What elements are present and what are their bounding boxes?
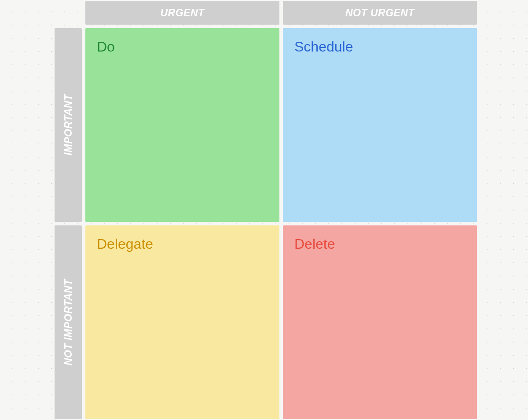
quadrant-do-title: Do: [97, 39, 268, 55]
matrix-corner: [55, 1, 82, 25]
row-header-not-important-label: NOT IMPORTANT: [62, 279, 74, 365]
row-header-important: IMPORTANT: [55, 28, 82, 222]
quadrant-delegate[interactable]: Delegate: [85, 225, 279, 419]
quadrant-delete-title: Delete: [294, 236, 466, 252]
column-header-not-urgent: NOT URGENT: [283, 1, 477, 25]
quadrant-do[interactable]: Do: [85, 28, 279, 222]
column-header-urgent-label: URGENT: [160, 7, 204, 19]
column-header-urgent: URGENT: [85, 1, 279, 25]
quadrant-delegate-title: Delegate: [97, 236, 268, 252]
row-header-not-important: NOT IMPORTANT: [55, 225, 82, 419]
quadrant-delete[interactable]: Delete: [283, 225, 477, 419]
quadrant-schedule-title: Schedule: [294, 39, 466, 55]
eisenhower-matrix: URGENT NOT URGENT IMPORTANT Do Schedule …: [55, 1, 479, 419]
quadrant-schedule[interactable]: Schedule: [283, 28, 477, 222]
column-header-not-urgent-label: NOT URGENT: [345, 7, 414, 19]
row-header-important-label: IMPORTANT: [62, 94, 74, 155]
